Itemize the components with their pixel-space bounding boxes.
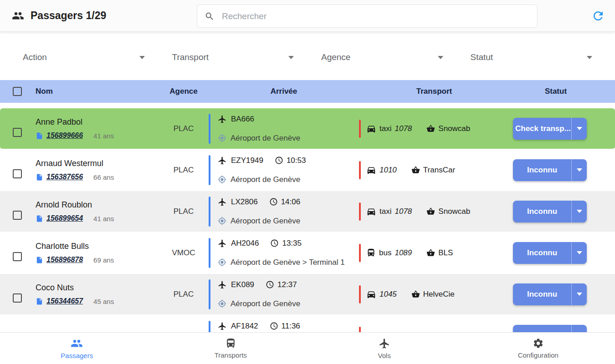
document-icon [36, 173, 43, 181]
basket-icon [411, 290, 420, 298]
passenger-age: 69 ans [93, 256, 114, 264]
basket-icon [426, 124, 435, 133]
status-cell: Inconnu [509, 242, 602, 264]
plane-icon [218, 322, 227, 331]
filter-statut[interactable]: Statut [471, 51, 593, 64]
company-group: Snowcab [426, 124, 470, 133]
arrival-accent-bar [209, 279, 210, 309]
app-window: Passagers 1/29 Action Transport Agence S… [0, 0, 615, 364]
top-bar: Passagers 1/29 [0, 0, 615, 32]
clock-icon [270, 239, 279, 248]
nav-item-vols[interactable]: Vols [308, 333, 461, 364]
nav-item-configuration[interactable]: Configuration [461, 333, 615, 364]
column-header-statut: Statut [509, 87, 602, 96]
arrival-accent-bar [209, 114, 210, 144]
passengers-icon [12, 10, 24, 22]
vehicle-type-label: taxi [379, 207, 391, 216]
arrival-accent-bar [209, 197, 210, 227]
status-label: Inconnu [513, 248, 571, 258]
arrival-cell: LX2806 14:06 Aéroport de Genève [209, 197, 359, 227]
table-row[interactable]: Anne Padbol 156899666 41 ans PLAC BA666 [0, 108, 615, 150]
refresh-button[interactable] [589, 6, 608, 25]
table-row[interactable]: Arnaud Westermul 156387656 66 ans PLAC E… [0, 150, 615, 191]
row-checkbox[interactable] [13, 252, 22, 261]
status-cell: Inconnu [509, 201, 602, 222]
status-dropdown-button[interactable]: Inconnu [513, 242, 587, 264]
transport-accent-bar [359, 202, 361, 221]
passenger-name: Arnaud Westermul [36, 159, 159, 168]
passenger-id-link[interactable]: 156899666 [46, 131, 83, 140]
arrival-cell: EZY1949 10:53 Aéroport de Genève [209, 155, 359, 185]
nav-label-configuration: Configuration [518, 351, 559, 359]
flight-number: EZY1949 [231, 156, 263, 165]
row-checkbox[interactable] [13, 128, 22, 137]
status-dropdown-button[interactable]: Inconnu [513, 159, 587, 181]
plane-icon [379, 338, 390, 349]
table-row[interactable]: Coco Nuts 156344657 45 ans PLAC EK089 12… [0, 274, 615, 315]
row-checkbox[interactable] [13, 211, 22, 220]
status-dropdown-button[interactable]: Inconnu [513, 283, 587, 305]
row-checkbox[interactable] [13, 169, 22, 178]
search-bar[interactable] [197, 5, 538, 28]
filter-agence[interactable]: Agence [321, 51, 443, 64]
status-cell: Inconnu [509, 283, 602, 305]
vehicle-type-label: taxi [379, 124, 391, 133]
flight-number: BA666 [231, 115, 254, 124]
passenger-id-link[interactable]: 156344657 [46, 297, 83, 305]
search-icon [205, 11, 215, 21]
filter-transport[interactable]: Transport [172, 51, 294, 64]
status-caret-zone [571, 118, 587, 140]
table-row[interactable]: Arnold Roublon 156899654 41 ans PLAC LX2… [0, 191, 615, 233]
arrival-time: 14:06 [281, 197, 301, 207]
company-name: HelveCie [423, 290, 455, 299]
table-row[interactable]: Charlotte Bulls 156896878 69 ans VMOC AH… [0, 233, 615, 274]
company-group: BLS [426, 248, 453, 258]
car-icon [366, 124, 376, 134]
arrival-cell: EK089 12:37 Aéroport de Genève [209, 279, 359, 309]
caret-down-icon [577, 168, 582, 172]
bus-icon [366, 248, 376, 258]
status-caret-zone [571, 242, 587, 264]
car-icon [366, 289, 376, 299]
transport-cell: 1010 TransCar [359, 161, 509, 179]
select-all-checkbox[interactable] [13, 87, 22, 96]
passenger-name-cell: Arnaud Westermul 156387656 66 ans [36, 159, 159, 181]
company-name: Snowcab [438, 207, 470, 216]
passenger-id-link[interactable]: 156899654 [46, 214, 83, 222]
passenger-id-link[interactable]: 156387656 [46, 173, 83, 181]
agency-code: VMOC [159, 248, 209, 258]
status-caret-zone [571, 283, 587, 305]
passenger-id-link[interactable]: 156896878 [46, 256, 83, 264]
vehicle-number: 1078 [395, 124, 412, 133]
status-dropdown-button[interactable]: Check transp... [513, 118, 587, 140]
status-cell: Inconnu [509, 159, 602, 181]
filter-agence-label: Agence [321, 52, 350, 62]
row-checkbox[interactable] [13, 293, 22, 303]
company-group: HelveCie [411, 290, 455, 299]
arrival-time: 12:37 [277, 280, 297, 289]
car-icon [366, 207, 376, 217]
nav-item-passagers[interactable]: Passagers [0, 333, 154, 364]
arrival-accent-bar [209, 238, 210, 268]
chevron-down-icon [438, 56, 443, 59]
search-input[interactable] [222, 11, 530, 21]
status-dropdown-button[interactable]: Inconnu [513, 201, 587, 222]
arrival-accent-bar [209, 155, 210, 185]
arrival-cell: AH2046 13:35 Aéroport de Genève > Termin… [209, 238, 359, 268]
filter-action[interactable]: Action [23, 51, 145, 64]
transport-cell: taxi 1078 Snowcab [359, 202, 509, 221]
status-label: Inconnu [513, 290, 571, 299]
status-label: Inconnu [513, 166, 571, 175]
vehicle-number: 1045 [379, 290, 397, 299]
location-icon [218, 299, 226, 308]
arrival-airport: Aéroport de Genève [231, 175, 300, 184]
document-icon [36, 256, 43, 264]
transport-cell: bus 1089 BLS [359, 244, 509, 262]
passenger-name-cell: Anne Padbol 156899666 41 ans [36, 117, 159, 140]
chevron-down-icon [288, 56, 294, 59]
nav-item-transports[interactable]: Transports [154, 333, 308, 364]
arrival-airport: Aéroport de Genève > Terminal 1 [231, 258, 345, 267]
flight-number: AF1842 [231, 322, 258, 331]
arrival-time: 10:53 [287, 156, 306, 165]
passenger-age: 66 ans [93, 173, 114, 181]
